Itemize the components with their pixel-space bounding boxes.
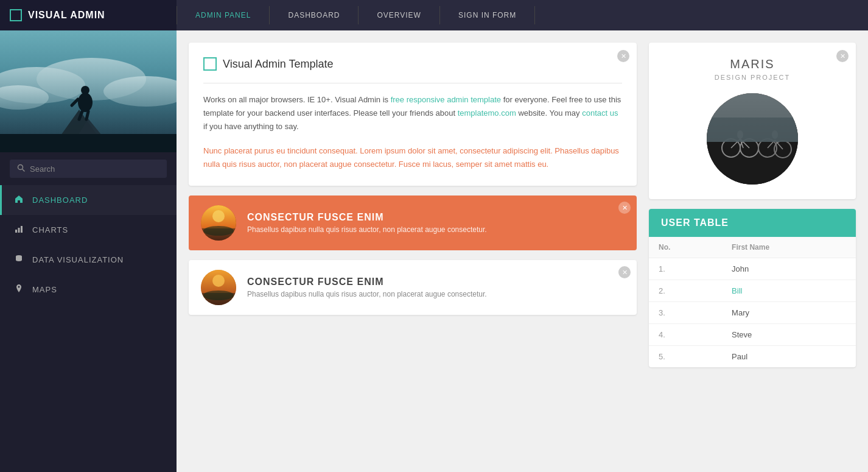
nav-link-admin-panel[interactable]: ADMIN PANEL [177, 0, 269, 30]
home-icon [14, 195, 24, 205]
row-1-name: John [722, 258, 856, 280]
row-1-num: 1. [649, 258, 722, 280]
user-table-card: USER TABLE No. First Name 1. John [649, 209, 856, 367]
svg-point-24 [212, 275, 225, 287]
svg-rect-16 [18, 228, 20, 233]
database-icon [14, 255, 24, 265]
svg-point-7 [78, 93, 93, 112]
row-4-name: Steve [722, 324, 856, 346]
nav-link-dashboard[interactable]: DASHBOARD [270, 0, 358, 30]
search-icon [17, 164, 25, 174]
row-3-num: 3. [649, 302, 722, 324]
card-title-area: Visual Admin Template [203, 57, 622, 71]
sidebar-item-data-visualization[interactable]: DATA VISUALIZATION [0, 245, 177, 275]
search-input[interactable] [30, 164, 159, 174]
row-2-num: 2. [649, 280, 722, 302]
alert-orange-close[interactable]: ✕ [618, 202, 631, 214]
table-header-row: No. First Name [649, 237, 856, 258]
table-row: 5. Paul [649, 346, 856, 368]
sidebar-item-maps[interactable]: MAPS [0, 275, 177, 305]
map-icon [14, 284, 24, 295]
col-header-firstname: First Name [722, 237, 856, 258]
row-3-name: Mary [722, 302, 856, 324]
sidebar-label-maps: MAPS [32, 285, 57, 294]
svg-line-11 [86, 111, 88, 119]
sidebar-label-charts: CHARTS [32, 225, 68, 234]
alert-white-thumb-inner [201, 270, 236, 305]
alert-white-text: Phasellus dapibus nulla quis risus aucto… [247, 290, 487, 298]
sidebar-hero [0, 30, 177, 152]
card-divider [203, 83, 622, 83]
sidebar: DASHBOARD CHARTS [0, 30, 177, 472]
svg-point-8 [81, 86, 89, 94]
alert-orange-thumb-inner [201, 205, 236, 241]
row-2-name[interactable]: Bill [722, 280, 856, 302]
content-grid: ✕ Visual Admin Template Works on all maj… [189, 43, 856, 367]
card-body-paragraph-2: Nunc placerat purus eu tincidunt consequ… [203, 144, 622, 171]
top-navigation: VISUAL ADMIN ADMIN PANEL DASHBOARD OVERV… [0, 0, 868, 30]
row-4-num: 4. [649, 324, 722, 346]
left-column: ✕ Visual Admin Template Works on all maj… [189, 43, 637, 367]
sidebar-label-dashboard: DASHBOARD [32, 195, 88, 205]
card-body-link-2[interactable]: templatemo.com [458, 108, 516, 118]
row-5-num: 5. [649, 346, 722, 368]
alert-orange-thumb [201, 205, 236, 241]
svg-rect-17 [21, 226, 23, 233]
card-body-paragraph-1: Works on all major browsers. IE 10+. Vis… [203, 93, 622, 133]
sidebar-item-dashboard[interactable]: DASHBOARD [0, 185, 177, 215]
alert-white-title: CONSECTUR FUSCE ENIM [247, 277, 487, 287]
profile-subtitle: DESIGN PROJECT [663, 74, 841, 81]
svg-rect-15 [15, 230, 17, 233]
brand-icon [10, 9, 22, 21]
brand-title: VISUAL ADMIN [28, 10, 105, 21]
alert-card-orange: ✕ [189, 195, 637, 250]
alert-white-thumb [201, 270, 236, 305]
card-title-icon [203, 57, 217, 71]
profile-card-close[interactable]: ✕ [836, 50, 849, 62]
sidebar-label-data-viz: DATA VISUALIZATION [32, 255, 124, 264]
brand-area: VISUAL ADMIN [0, 0, 177, 30]
search-input-wrap[interactable] [10, 160, 167, 178]
alert-card-white: ✕ [189, 260, 637, 315]
sidebar-item-charts[interactable]: CHARTS [0, 215, 177, 245]
svg-point-13 [18, 165, 23, 170]
search-box [0, 152, 177, 185]
svg-point-22 [203, 226, 234, 236]
svg-rect-42 [707, 118, 798, 142]
main-card: ✕ Visual Admin Template Works on all maj… [189, 43, 637, 186]
sidebar-hero-image [0, 30, 177, 152]
table-row: 2. Bill [649, 280, 856, 302]
main-layout: DASHBOARD CHARTS [0, 30, 868, 472]
right-column: ✕ MARIS DESIGN PROJECT [649, 43, 856, 367]
row-5-name: Paul [722, 346, 856, 368]
profile-avatar-image [707, 93, 798, 185]
table-row: 4. Steve [649, 324, 856, 346]
card-body-link-3[interactable]: contact us [582, 108, 618, 118]
chart-icon [14, 225, 24, 235]
svg-rect-12 [0, 134, 177, 152]
content-area: ✕ Visual Admin Template Works on all maj… [177, 30, 868, 472]
nav-divider-4 [534, 6, 535, 24]
profile-card: ✕ MARIS DESIGN PROJECT [649, 43, 856, 199]
nav-links: ADMIN PANEL DASHBOARD OVERVIEW SIGN IN F… [177, 0, 868, 30]
user-table-header: USER TABLE [649, 209, 856, 237]
sidebar-nav: DASHBOARD CHARTS [0, 185, 177, 472]
alert-orange-text: Phasellus dapibus nulla quis risus aucto… [247, 225, 487, 234]
profile-name: MARIS [663, 57, 841, 71]
table-row: 1. John [649, 258, 856, 280]
col-header-no: No. [649, 237, 722, 258]
alert-orange-title: CONSECTUR FUSCE ENIM [247, 212, 487, 223]
alert-white-close[interactable]: ✕ [618, 266, 631, 278]
card-body-link-1[interactable]: free responsive admin template [391, 95, 501, 104]
profile-avatar [707, 93, 798, 185]
nav-link-signin[interactable]: SIGN IN FORM [440, 0, 534, 30]
nav-link-overview[interactable]: OVERVIEW [359, 0, 439, 30]
svg-line-14 [23, 169, 24, 171]
main-card-close[interactable]: ✕ [617, 50, 629, 62]
user-table: No. First Name 1. John 2. Bill [649, 237, 856, 367]
svg-rect-29 [707, 142, 798, 185]
table-row: 3. Mary [649, 302, 856, 324]
svg-point-20 [212, 210, 225, 222]
card-title-text: Visual Admin Template [223, 58, 333, 71]
alert-orange-content: CONSECTUR FUSCE ENIM Phasellus dapibus n… [247, 212, 487, 234]
